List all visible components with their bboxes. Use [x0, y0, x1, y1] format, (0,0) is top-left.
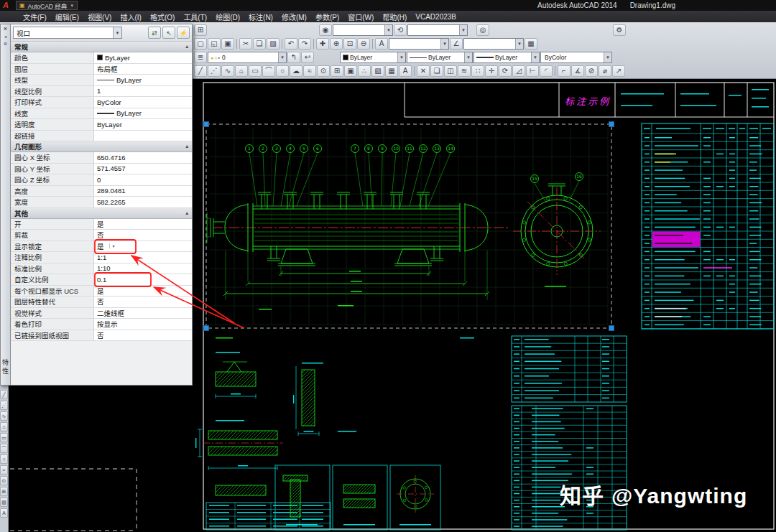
hatch-icon[interactable]: ▧ — [371, 65, 384, 77]
layer-properties-icon[interactable]: ≣ — [194, 52, 207, 63]
make-block-icon[interactable]: ▣ — [344, 65, 357, 77]
property-value[interactable]: ByLayer — [94, 119, 192, 130]
layer-previous-icon[interactable]: ↩ — [301, 52, 314, 63]
quick-select-button[interactable]: ⚡ — [177, 27, 190, 39]
plot-style-select[interactable]: ByColor▼ — [540, 52, 612, 63]
property-value[interactable]: 是 — [94, 219, 192, 230]
property-value[interactable]: 1 — [94, 86, 192, 97]
point-icon[interactable]: ∴ — [358, 65, 371, 77]
ellipse-icon[interactable]: ⊙ — [317, 65, 330, 77]
property-value[interactable]: ByLayer — [94, 108, 192, 119]
autohide-icon[interactable]: ◂ — [2, 32, 9, 39]
pan-icon[interactable]: ✚ — [316, 38, 329, 50]
close-icon[interactable]: × — [4, 25, 7, 32]
leader-icon[interactable]: ↗ — [612, 65, 625, 77]
line-icon[interactable]: ╱ — [0, 390, 8, 399]
palette-section-header[interactable]: 几何图形▴ — [11, 141, 192, 152]
color-select[interactable]: ByLayer▼ — [340, 52, 406, 63]
menu-item-5[interactable]: 格式(O) — [146, 11, 179, 22]
construction-line-icon[interactable]: ⋰ — [208, 65, 221, 77]
insert-block-icon[interactable]: ⊞ — [331, 65, 343, 77]
redo-icon[interactable]: ↷ — [298, 38, 311, 50]
collapse-arrow-icon[interactable]: ▴ — [185, 144, 188, 149]
hatch-icon[interactable]: ▧ — [0, 498, 8, 507]
multiline-text-icon[interactable]: A — [399, 65, 412, 77]
property-value[interactable]: 否 — [94, 330, 192, 341]
chevron-down-icon[interactable]: ▼ — [278, 52, 286, 62]
insert-block-icon[interactable]: ⊞ — [0, 487, 8, 496]
property-value[interactable]: 二维线框 — [94, 308, 192, 319]
arc-icon[interactable]: ⌒ — [0, 444, 8, 453]
viewport-scale-select[interactable]: ▼ — [333, 24, 393, 36]
palette-settings-icon[interactable]: ⚙ — [2, 39, 9, 47]
palette-section-header[interactable]: 其他▴ — [11, 208, 192, 219]
mirror-icon[interactable]: ◫ — [444, 65, 457, 77]
diameter-dimension-icon[interactable]: ⌀ — [599, 65, 611, 77]
collapse-arrow-icon[interactable]: ▴ — [185, 44, 188, 50]
annotation-monitor-icon[interactable]: ◎ — [476, 24, 489, 36]
property-value[interactable]: 571.4557 — [94, 164, 192, 174]
linear-dimension-icon[interactable]: ⌐ — [558, 65, 571, 77]
zoom-window-icon[interactable]: ⊡ — [343, 38, 356, 50]
property-value[interactable]: 否 — [94, 297, 192, 307]
layer-select[interactable]: ●○▪0▼ — [208, 52, 287, 63]
collapse-arrow-icon[interactable]: ▴ — [185, 210, 188, 216]
open-file-icon[interactable]: ◱ — [208, 38, 221, 50]
property-value[interactable]: 582.2265 — [94, 197, 192, 207]
circle-icon[interactable]: ○ — [0, 454, 8, 464]
property-value[interactable]: 是 — [94, 286, 192, 297]
property-value[interactable]: 289.0481 — [94, 186, 192, 197]
polygon-icon[interactable]: ⌂ — [0, 422, 8, 431]
erase-icon[interactable]: ✕ — [417, 65, 430, 77]
dropdown-caret[interactable]: ▾ — [109, 243, 115, 248]
annotation-scale-select[interactable]: ▼ — [407, 24, 468, 36]
linetype-select[interactable]: ByLayer▼ — [407, 52, 473, 63]
layer-make-current-icon[interactable]: ↰ — [287, 52, 300, 63]
menu-item-4[interactable]: 插入(I) — [116, 11, 145, 22]
revision-cloud-icon[interactable]: ☁ — [290, 65, 302, 77]
menu-item-1[interactable]: 文件(F) — [19, 11, 51, 22]
move-icon[interactable]: ✛ — [485, 65, 498, 77]
selection-type-select[interactable]: 视口 ▼ — [13, 27, 122, 39]
rectangle-icon[interactable]: ▭ — [0, 433, 8, 442]
select-objects-button[interactable]: ↖ — [162, 27, 175, 39]
lineweight-select[interactable]: ByLayer▼ — [474, 52, 540, 63]
zoom-realtime-icon[interactable]: ⊕ — [330, 38, 343, 50]
property-value[interactable]: 布局框 — [94, 64, 192, 75]
menu-item-11[interactable]: 窗口(W) — [343, 11, 378, 22]
chevron-down-icon[interactable]: ▼ — [397, 52, 405, 62]
undo-icon[interactable]: ↶ — [285, 38, 297, 50]
new-file-icon[interactable]: ▢ — [194, 38, 207, 50]
paste-icon[interactable]: ▨ — [267, 38, 280, 50]
spline-icon[interactable]: ≈ — [303, 65, 316, 77]
dim-style-icon[interactable]: ∠ — [450, 38, 463, 50]
property-value[interactable]: ByColor — [94, 97, 192, 108]
menu-item-8[interactable]: 标注(N) — [244, 11, 277, 22]
property-value[interactable]: 650.4716 — [94, 152, 192, 163]
dim-style-select[interactable]: ▼ — [463, 38, 524, 50]
polygon-icon[interactable]: ⌂ — [235, 65, 248, 77]
offset-icon[interactable]: ≋ — [458, 65, 471, 77]
chevron-down-icon[interactable]: ▼ — [515, 39, 523, 49]
radius-dimension-icon[interactable]: ⊘ — [585, 65, 598, 77]
cut-icon[interactable]: ✂ — [239, 38, 252, 50]
pickadd-toggle-button[interactable]: ⇄ — [148, 27, 161, 39]
array-icon[interactable]: ∷ — [471, 65, 484, 77]
ellipse-icon[interactable]: ⊙ — [0, 476, 8, 485]
arc-icon[interactable]: ⌒ — [262, 65, 275, 77]
property-value[interactable]: 按显示 — [94, 319, 192, 330]
table-icon[interactable]: ▦ — [385, 65, 398, 77]
rotate-icon[interactable]: ⟳ — [499, 65, 512, 77]
property-value[interactable]: 1:1 — [94, 252, 192, 263]
property-value[interactable]: ByLayer — [94, 52, 192, 63]
property-value[interactable]: 0.1 — [94, 274, 192, 285]
menu-item-9[interactable]: 修改(M) — [277, 11, 311, 22]
scale-icon[interactable]: ◿ — [512, 65, 525, 77]
chevron-down-icon[interactable]: ▼ — [440, 39, 448, 49]
palette-section-header[interactable]: 常规▴ — [11, 42, 192, 52]
menu-item-7[interactable]: 绘图(D) — [211, 11, 244, 22]
property-value[interactable] — [94, 131, 192, 141]
menu-item-13[interactable]: VCAD2023B — [411, 11, 461, 22]
chevron-down-icon[interactable]: ▼ — [531, 52, 539, 62]
menu-item-6[interactable]: 工具(T) — [179, 11, 211, 22]
